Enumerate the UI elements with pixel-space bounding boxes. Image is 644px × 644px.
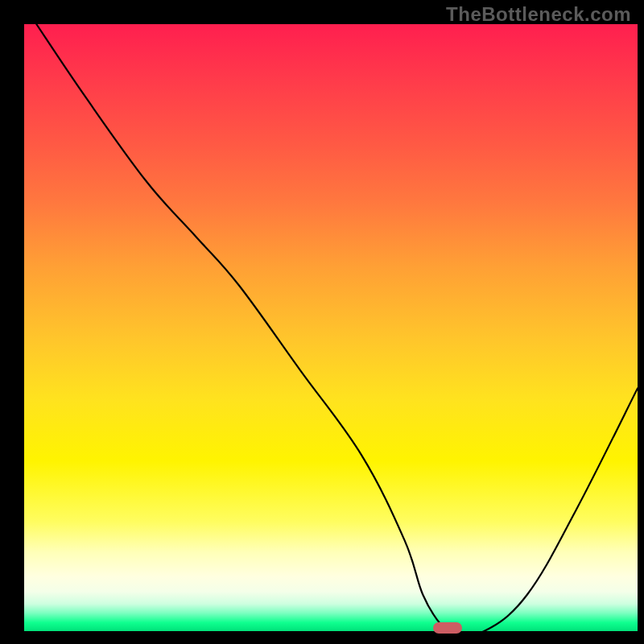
optimal-point-marker xyxy=(433,622,462,634)
curve-svg xyxy=(24,24,638,631)
chart-container: TheBottleneck.com xyxy=(0,0,644,644)
bottleneck-curve xyxy=(36,24,638,631)
plot-area xyxy=(24,24,638,631)
watermark-text: TheBottleneck.com xyxy=(446,3,631,26)
